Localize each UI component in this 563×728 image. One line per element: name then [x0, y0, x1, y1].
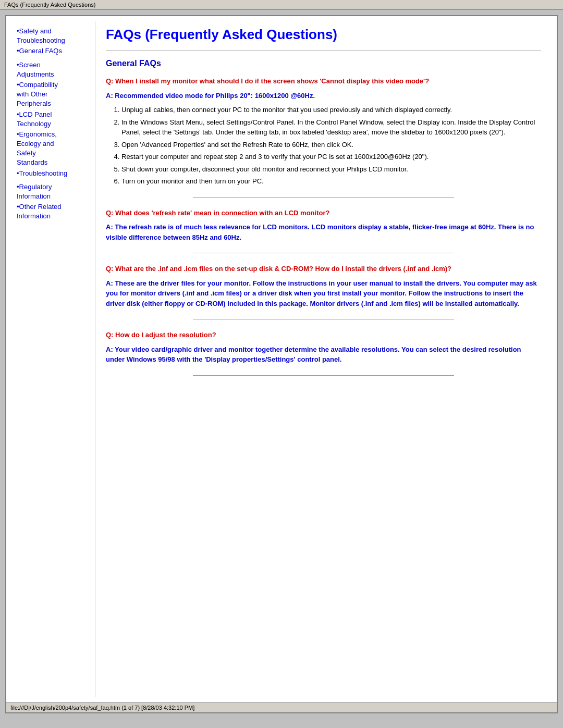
answer-list-1: Unplug all cables, then connect your PC …: [121, 105, 541, 187]
answer-4: A: Your video card/graphic driver and mo…: [106, 344, 541, 365]
sidebar-group-3: •RegulatoryInformation •Other RelatedInf…: [17, 182, 92, 221]
sidebar-item-regulatory[interactable]: •RegulatoryInformation: [17, 182, 92, 201]
separator-4: [193, 375, 454, 376]
sidebar-item-lcd[interactable]: •LCD PanelTechnology: [17, 110, 92, 129]
answer-3: A: These are the driver files for your m…: [106, 278, 541, 309]
sidebar-item-general-faqs[interactable]: •General FAQs: [17, 46, 92, 56]
separator-2: [193, 253, 454, 253]
status-bar-text: file:///D|/J/english/200p4/safety/saf_fa…: [10, 705, 194, 711]
list-item-1-1: Unplug all cables, then connect your PC …: [121, 105, 541, 115]
title-bar: FAQs (Frequently Asked Questions): [0, 0, 563, 10]
answer-1: A: Recommended video mode for Philips 20…: [106, 91, 541, 101]
sidebar-item-compatibility[interactable]: •Compatibilitywith OtherPeripherals: [17, 80, 92, 109]
main-content: FAQs (Frequently Asked Questions) Genera…: [95, 21, 552, 697]
sidebar-group-1: •Safety andTroubleshooting •General FAQs: [17, 27, 92, 56]
a3-text: A: These are the driver files for your m…: [106, 279, 537, 307]
q4-text: Q: How do I adjust the resolution?: [106, 331, 216, 339]
separator-1: [193, 197, 454, 198]
sidebar-group-2: •ScreenAdjustments •Compatibilitywith Ot…: [17, 60, 92, 178]
answer-2: A: The refresh rate is of much less rele…: [106, 222, 541, 242]
question-4: Q: How do I adjust the resolution?: [106, 330, 541, 340]
content-area: •Safety andTroubleshooting •General FAQs…: [6, 16, 557, 702]
sidebar-item-ergonomics[interactable]: •Ergonomics,Ecology andSafetyStandards: [17, 130, 92, 168]
q1-text: Q: When I install my monitor what should…: [106, 77, 429, 85]
qa-block-4: Q: How do I adjust the resolution? A: Yo…: [106, 330, 541, 365]
list-item-1-6: Turn on your monitor and then turn on yo…: [121, 176, 541, 187]
q3-text: Q: What are the .inf and .icm files on t…: [106, 265, 451, 273]
status-bar: file:///D|/J/english/200p4/safety/saf_fa…: [6, 702, 557, 712]
a1-text: A: Recommended video mode for Philips 20…: [106, 92, 315, 100]
qa-block-1: Q: When I install my monitor what should…: [106, 76, 541, 187]
sidebar-item-safety[interactable]: •Safety andTroubleshooting: [17, 27, 92, 45]
qa-block-3: Q: What are the .inf and .icm files on t…: [106, 264, 541, 309]
list-item-1-4: Restart your computer and repeat step 2 …: [121, 152, 541, 162]
sidebar-item-screen[interactable]: •ScreenAdjustments: [17, 60, 92, 79]
q2-text: Q: What does 'refresh rate' mean in conn…: [106, 209, 329, 217]
question-2: Q: What does 'refresh rate' mean in conn…: [106, 208, 541, 218]
question-1: Q: When I install my monitor what should…: [106, 76, 541, 87]
browser-frame: •Safety andTroubleshooting •General FAQs…: [5, 15, 558, 713]
title-divider: [106, 51, 541, 51]
qa-block-2: Q: What does 'refresh rate' mean in conn…: [106, 208, 541, 243]
section-heading: General FAQs: [106, 59, 541, 68]
sidebar: •Safety andTroubleshooting •General FAQs…: [11, 21, 95, 697]
list-item-1-5: Shut down your computer, disconnect your…: [121, 164, 541, 175]
list-item-1-2: In the Windows Start Menu, select Settin…: [121, 117, 541, 138]
a4-text: A: Your video card/graphic driver and mo…: [106, 346, 521, 364]
page-title: FAQs (Frequently Asked Questions): [106, 27, 541, 43]
question-3: Q: What are the .inf and .icm files on t…: [106, 264, 541, 274]
title-bar-text: FAQs (Frequently Asked Questions): [4, 2, 95, 8]
a2-text: A: The refresh rate is of much less rele…: [106, 223, 534, 241]
sidebar-item-troubleshooting[interactable]: •Troubleshooting: [17, 169, 92, 178]
list-item-1-3: Open 'Advanced Properties' and set the R…: [121, 140, 541, 150]
separator-3: [193, 319, 454, 319]
sidebar-item-other[interactable]: •Other RelatedInformation: [17, 202, 92, 221]
